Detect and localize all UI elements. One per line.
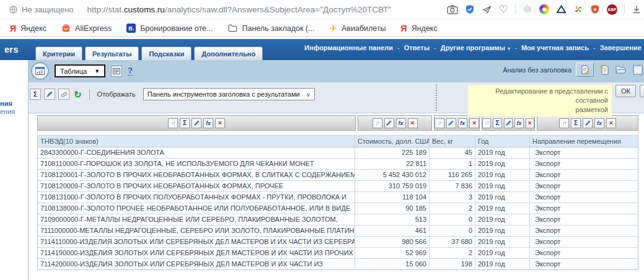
column-header-direction[interactable]: Направление перемещения [530,136,638,147]
formula-button[interactable]: fx [458,118,468,128]
clear-format-button[interactable] [58,89,69,100]
link-more-products[interactable]: Другие программы [441,44,505,51]
tab-advanced[interactable]: Дополнительно [194,46,263,60]
cell-year: 2019 год [475,237,530,248]
cell-year: 2019 год [475,170,530,181]
cell-weight-kg: 3 [430,192,475,203]
format-column-button[interactable] [192,118,201,128]
plane-icon: ✈ [329,24,337,33]
bookmark-booking[interactable]: B.Бронирование оте... [126,24,213,33]
favorites-heart-icon[interactable]: ♡ [499,4,508,15]
link-answers[interactable]: Ответы [404,44,430,51]
cell-tnved-code: 7114190000-ИЗДЕЛИЯ ЗОЛОТЫХ ИЛИ СЕРЕБРЯНЫ… [38,248,355,259]
total-button[interactable]: Σ [180,118,190,128]
sort-button[interactable]: ↓↑ [559,118,569,128]
column-toolbar-year: ↓↑ Σ fx × [482,115,535,131]
sort-button[interactable]: ↓↑ [373,118,382,128]
extension-adblock-icon[interactable]: ABP [607,4,617,15]
sort-icon: ↓↑ [376,120,379,126]
formula-button[interactable]: fx [514,118,523,128]
browser-chrome: Не защищено http://stat.customs.ru/analy… [0,0,644,39]
table-row: 7108138000-Г-ЗОЛОТО ПРОЧЕЕ НЕОБРАБОТАННО… [38,203,638,214]
column-header-tnved[interactable]: ТНВЭД(10 знаков) [38,136,355,147]
format-view-button[interactable] [44,89,55,100]
view-selector-dropdown[interactable]: Таблица▼ [55,64,105,77]
refresh-icon[interactable]: ↻ [74,90,82,99]
protect-shield-icon[interactable] [465,4,475,14]
cell-direction: Экспорт [530,237,638,248]
extension-pinwheel-icon[interactable] [573,4,583,14]
delete-column-button[interactable]: × [606,118,616,128]
toolbar-separator [624,4,625,14]
sort-button[interactable]: ↓↑ [482,118,491,128]
format-column-button[interactable] [583,118,593,128]
link-logout[interactable]: Завершение [600,44,642,51]
bookmark-avia[interactable]: ✈Авиабилеты [329,24,386,33]
view-type-button[interactable] [31,62,49,80]
new-analysis-button[interactable] [598,64,611,76]
cancel-button[interactable]: Отмена [640,85,644,97]
column-header-weight[interactable]: Вес, кг [430,136,475,147]
grand-total-button[interactable]: Σ [30,89,41,100]
results-workspace: Таблица▼ ? Анализ без заголовка [29,60,644,280]
downloads-icon[interactable] [632,4,642,14]
format-column-button[interactable] [384,118,394,128]
extension-colorwheel-icon[interactable] [539,4,549,14]
column-header-year[interactable]: Год [475,136,530,147]
send-icon[interactable] [482,4,492,14]
total-button[interactable]: Σ [493,118,501,128]
delete-column-button[interactable]: × [408,118,418,128]
open-folder-icon [615,65,627,74]
sort-button[interactable]: ↓↑ [434,118,444,128]
chevron-down-icon[interactable]: ▾ [508,46,510,51]
ok-button[interactable]: ОК [615,85,636,97]
sidebar-item-fragment[interactable]: ния [0,100,12,107]
formula-button[interactable]: fx [203,118,213,128]
bookmark-folder[interactable]: Панель закладок (... [227,24,314,33]
splitter-drag-handle[interactable] [435,84,438,112]
extension-shield-star-icon[interactable]: ★ [590,4,600,14]
bookmark-yandex-2[interactable]: ЯЯндекс [401,24,438,33]
format-column-button[interactable] [504,118,513,128]
column-header-value[interactable]: Стоимость, долл. США [355,136,430,147]
link-my-account[interactable]: Моя учетная запись [521,44,589,51]
tab-criteria[interactable]: Критерии [35,46,82,60]
display-mode-dropdown[interactable]: Панель инструментов заголовка с результа… [143,88,315,100]
cell-value-usd: 118 104 [355,192,430,203]
delete-column-button[interactable]: × [215,118,225,128]
extension-alice-icon[interactable] [556,4,567,14]
sort-button[interactable]: ↓↑ [168,118,178,128]
delete-icon: × [472,120,476,126]
document-icon [581,65,589,74]
bookmark-aliexpress[interactable]: AliExpress [61,24,112,33]
clipped-toolbar-icon[interactable] [632,64,644,76]
column-toolbar-tnved: ↓↑ Σ fx × [37,115,356,131]
security-indicator[interactable]: Не защищено [9,5,74,14]
cell-year: 2019 год [475,147,530,159]
edit-view-button[interactable] [111,66,122,77]
delete-column-button[interactable]: × [526,118,534,128]
fx-icon: fx [460,120,465,126]
help-button[interactable]: ? [128,66,133,76]
aliexpress-icon [61,24,71,33]
tab-bar: Критерии Результаты Подсказки Дополнител… [35,46,263,60]
cell-direction: Экспорт [530,214,638,225]
extension-cube-icon[interactable] [523,4,532,14]
screenshot-camera-icon[interactable] [447,4,458,14]
delete-icon: × [609,120,613,126]
sidebar-item-fragment[interactable]: ения [0,108,15,115]
cell-tnved-code: 7108138000-Г-ЗОЛОТО ПРОЧЕЕ НЕОБРАБОТАННО… [38,203,355,214]
format-column-button[interactable] [446,118,456,128]
analysis-properties-button[interactable] [576,63,594,77]
tab-prompts[interactable]: Подсказки [141,46,192,60]
formula-button[interactable]: fx [594,118,604,128]
delete-column-button[interactable]: × [469,118,479,128]
url-text[interactable]: http://stat.customs.ru/analytics/saw.dll… [87,5,391,14]
tab-results[interactable]: Результаты [85,46,139,60]
link-dashboards[interactable]: Информационные панели [304,44,393,51]
total-button[interactable]: Σ [571,118,581,128]
bookmark-yandex[interactable]: ЯЯндекс [10,24,46,33]
formula-button[interactable]: fx [396,118,406,128]
address-bar[interactable]: Не защищено http://stat.customs.ru/analy… [0,0,644,19]
open-analysis-button[interactable] [615,64,627,76]
